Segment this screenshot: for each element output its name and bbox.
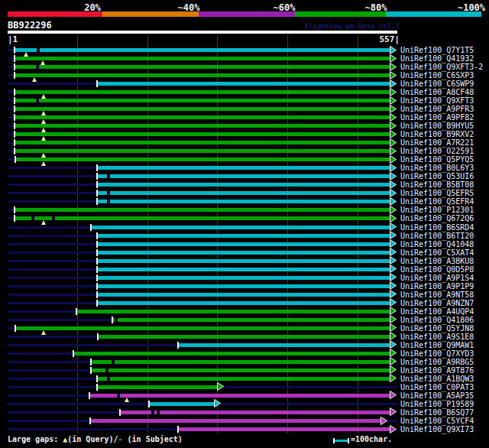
- alignment-bar[interactable]: [15, 216, 390, 220]
- row-label[interactable]: UniRef100_Q0D5P8: [400, 265, 474, 274]
- row-label[interactable]: UniRef100_A9P1P9: [400, 282, 474, 291]
- alignment-bar[interactable]: [98, 251, 390, 255]
- alignment-bar[interactable]: [98, 174, 390, 178]
- alignment-bar[interactable]: [15, 124, 390, 128]
- alignment-bar[interactable]: [121, 411, 390, 414]
- row-label[interactable]: UniRef100_C6SWP9: [400, 80, 474, 88]
- legend-prefix: Large gaps:: [8, 435, 63, 443]
- query-baseline: [8, 285, 98, 287]
- row-label[interactable]: UniRef100_A9P1S4: [400, 274, 474, 282]
- alignment-bar[interactable]: [98, 166, 390, 170]
- row-label[interactable]: UniRef100_B6TI20: [400, 232, 474, 240]
- alignment-bar[interactable]: [92, 360, 390, 364]
- row-label[interactable]: UniRef100_A9PFR3: [400, 105, 474, 113]
- scale-segment-green: [294, 11, 386, 17]
- alignment-bar[interactable]: [15, 48, 390, 52]
- row-label[interactable]: UniRef100_Q5PYQ5: [400, 155, 474, 164]
- row-label[interactable]: UniRef100_A9T876: [400, 366, 474, 375]
- alignment-bar[interactable]: [98, 82, 390, 86]
- alignment-bar[interactable]: [15, 65, 390, 69]
- bar-start-tick: [14, 114, 15, 121]
- alignment-bar[interactable]: [77, 310, 390, 313]
- alignment-bar[interactable]: [91, 419, 381, 423]
- alignment-bar[interactable]: [15, 132, 390, 136]
- alignment-bar[interactable]: [15, 115, 390, 119]
- alignment-bar[interactable]: [98, 268, 390, 271]
- alignment-bar[interactable]: [92, 368, 390, 372]
- alignment-bar[interactable]: [98, 200, 390, 203]
- row-label[interactable]: UniRef100_B6SRD4: [400, 223, 474, 232]
- alignment-bar[interactable]: [98, 259, 390, 263]
- row-label[interactable]: UniRef100_Q9MAW1: [400, 341, 474, 349]
- alignment-bar[interactable]: [92, 226, 390, 229]
- alignment-bar[interactable]: [74, 352, 390, 355]
- row-label[interactable]: UniRef100_Q7Y1T5: [400, 46, 474, 54]
- alignment-bar[interactable]: [98, 183, 390, 187]
- alignment-bar[interactable]: [15, 208, 390, 212]
- alignment-bar[interactable]: [15, 73, 390, 77]
- alignment-bar[interactable]: [16, 326, 390, 330]
- row-label[interactable]: UniRef100_Q5YJN8: [400, 324, 474, 333]
- alignment-bar[interactable]: [150, 402, 214, 406]
- row-label[interactable]: UniRef100_A9NT58: [400, 291, 474, 299]
- alignment-bar[interactable]: [16, 157, 390, 161]
- row-label[interactable]: UniRef100_Q41806: [400, 316, 474, 324]
- row-label[interactable]: UniRef100_B5BT08: [400, 180, 474, 189]
- alignment-bar[interactable]: [15, 107, 390, 111]
- row-label[interactable]: UniRef100_C0PAT3: [400, 383, 474, 391]
- bar-start-tick: [90, 224, 92, 231]
- row-label[interactable]: UniRef100_A8CF48: [400, 88, 474, 96]
- row-label[interactable]: UniRef100_A9PF82: [400, 113, 474, 122]
- bar-start-tick: [14, 122, 15, 129]
- row-label[interactable]: UniRef100_A3BKU8: [400, 257, 474, 265]
- alignment-bar[interactable]: [15, 57, 390, 60]
- alignment-bar[interactable]: [98, 276, 390, 280]
- alignment-bar[interactable]: [98, 293, 390, 297]
- alignment-bar[interactable]: [98, 191, 390, 195]
- alignment-bar[interactable]: [15, 90, 390, 94]
- row-label[interactable]: UniRef100_A5AP35: [400, 391, 474, 400]
- row-label[interactable]: UniRef100_C6SXP3: [400, 71, 474, 80]
- row-label[interactable]: UniRef100_A4UQP4: [400, 307, 474, 316]
- row-label[interactable]: UniRef100_C5YCF4: [400, 417, 474, 425]
- row-label[interactable]: UniRef100_Q9XI73: [400, 425, 474, 433]
- row-label[interactable]: UniRef100_A7R221: [400, 138, 474, 147]
- row-label[interactable]: UniRef100_C5XAT4: [400, 248, 474, 257]
- row-label[interactable]: UniRef100_P12301: [400, 206, 474, 214]
- alignment-bar[interactable]: [98, 284, 390, 288]
- row-label[interactable]: UniRef100_P19589: [400, 400, 474, 408]
- row-label[interactable]: UniRef100_Q53UI6: [400, 172, 474, 180]
- alignment-bar[interactable]: [179, 343, 390, 347]
- row-label[interactable]: UniRef100_B9HYU5: [400, 122, 474, 130]
- alignment-bar[interactable]: [113, 318, 390, 322]
- row-label[interactable]: UniRef100_B0L6Y3: [400, 164, 474, 172]
- alignment-bar[interactable]: [98, 377, 390, 381]
- row-label[interactable]: UniRef100_O22591: [400, 147, 474, 155]
- alignment-bar[interactable]: [98, 385, 217, 389]
- row-label[interactable]: UniRef100_A9S1E8: [400, 333, 474, 341]
- alignment-bar[interactable]: [99, 335, 390, 339]
- alignment-bar[interactable]: [90, 394, 390, 398]
- alignment-bar[interactable]: [179, 427, 390, 431]
- row-label[interactable]: UniRef100_A9RBG5: [400, 358, 474, 366]
- alignment-bar[interactable]: [15, 141, 390, 144]
- bar-start-tick: [14, 72, 15, 79]
- bar-start-tick: [90, 359, 92, 365]
- alignment-bar[interactable]: [15, 99, 390, 102]
- alignment-bar[interactable]: [98, 242, 390, 246]
- row-label[interactable]: UniRef100_A1BQW3: [400, 375, 474, 383]
- alignment-bar[interactable]: [15, 149, 390, 153]
- row-label[interactable]: UniRef100_Q41048: [400, 240, 474, 248]
- row-label[interactable]: UniRef100_Q7XYD3: [400, 349, 474, 358]
- row-label[interactable]: UniRef100_B6SQ77: [400, 408, 474, 417]
- row-label[interactable]: UniRef100_A9NZN7: [400, 299, 474, 307]
- row-label[interactable]: UniRef100_Q5EFR4: [400, 197, 474, 206]
- row-label[interactable]: UniRef100_Q41932: [400, 54, 474, 63]
- alignment-bar[interactable]: [98, 234, 390, 238]
- alignment-bar[interactable]: [98, 301, 390, 305]
- row-label[interactable]: UniRef100_B9RXV2: [400, 130, 474, 138]
- row-label[interactable]: UniRef100_Q9XFT3-2: [400, 63, 483, 71]
- row-label[interactable]: UniRef100_Q672Q6: [400, 214, 474, 222]
- row-label[interactable]: UniRef100_Q9XFT3: [400, 96, 474, 105]
- row-label[interactable]: UniRef100_Q5EFR5: [400, 189, 474, 197]
